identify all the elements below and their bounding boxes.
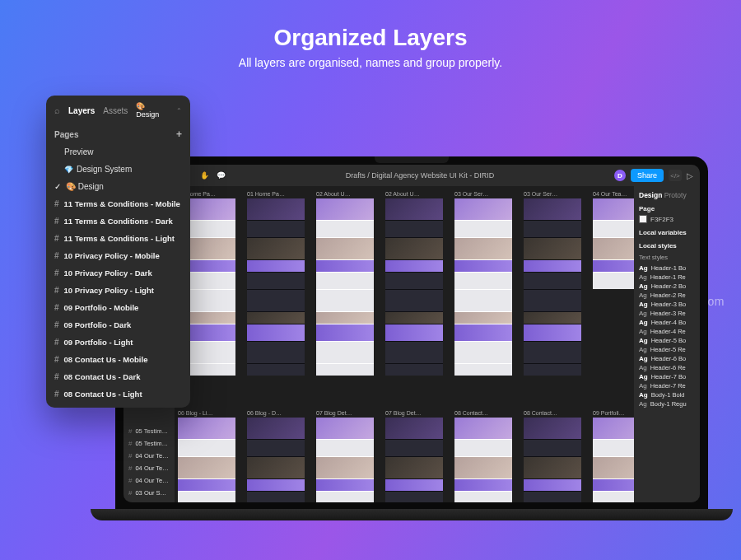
artboard[interactable]	[454, 198, 512, 376]
frame-label[interactable]: 06 Blog - Li…	[178, 410, 235, 416]
layer-item[interactable]: #08 Contact Us - Dark	[46, 368, 190, 385]
tab-assets[interactable]: Assets	[103, 106, 128, 115]
ag-icon: Ag	[639, 310, 647, 317]
text-style-item[interactable]: AgHeader-2 Bo	[639, 282, 695, 291]
pages-label: Pages	[54, 130, 78, 139]
ag-icon: Ag	[639, 292, 647, 299]
text-style-item[interactable]: AgHeader-3 Bo	[639, 300, 695, 309]
text-style-item[interactable]: AgHeader-6 Bo	[639, 354, 695, 363]
screen: ▸ ▭ ✎ T ✋ 💬 Drafts / Digital Agency Webs…	[124, 165, 700, 502]
add-page-button[interactable]: +	[176, 128, 182, 140]
artboard[interactable]	[454, 418, 512, 502]
ag-icon: Ag	[639, 337, 648, 344]
frame-label[interactable]: 08 Contact…	[454, 410, 512, 416]
avatar[interactable]: D	[614, 170, 626, 181]
page-preview[interactable]: Preview	[46, 143, 190, 161]
frame-icon: #	[128, 464, 132, 472]
frame-icon: #	[54, 199, 59, 208]
chevron-down-icon[interactable]: ⌃	[176, 107, 182, 114]
hero-title: Organized Layers	[0, 0, 741, 51]
panel-chip[interactable]: 🎨 Design	[136, 102, 168, 119]
layer-item[interactable]: #08 Contact Us - Light	[46, 385, 190, 403]
text-style-item[interactable]: AgHeader-4 Re	[639, 327, 695, 336]
artboard[interactable]	[524, 418, 581, 502]
left-layer-item[interactable]: #04 Our Team - Mobile	[124, 450, 175, 462]
ag-icon: Ag	[639, 264, 648, 272]
frame-icon: #	[54, 303, 59, 312]
search-icon[interactable]: ⌕	[54, 105, 60, 115]
text-style-item[interactable]: AgHeader-5 Bo	[639, 336, 695, 345]
text-style-item[interactable]: AgHeader-5 Re	[639, 345, 695, 354]
frame-label[interactable]: 02 About U…	[316, 191, 374, 197]
left-layer-item[interactable]: #05 Testimonials - Light	[124, 437, 175, 450]
layer-item[interactable]: #10 Privacy Policy - Mobile	[46, 247, 190, 264]
artboard[interactable]	[316, 198, 374, 376]
frame-label[interactable]: 01 Home Pa…	[247, 191, 305, 197]
frame-label[interactable]: 02 About U…	[385, 191, 443, 197]
tab-layers[interactable]: Layers	[68, 106, 95, 115]
tab-design[interactable]: Design	[639, 191, 662, 199]
frame-label[interactable]: 03 Our Ser…	[454, 191, 512, 197]
left-layer-item[interactable]: #04 Our Team - Dark	[124, 462, 175, 474]
frame-label[interactable]: 04 Our Tea…	[593, 191, 634, 197]
text-style-item[interactable]: AgHeader-1 Bo	[639, 264, 695, 273]
frame-icon: #	[54, 355, 59, 364]
breadcrumb[interactable]: Drafts / Digital Agency Website UI Kit -…	[231, 171, 609, 180]
ag-icon: Ag	[639, 400, 647, 408]
laptop-frame: ▸ ▭ ✎ T ✋ 💬 Drafts / Digital Agency Webs…	[115, 156, 708, 511]
artboard[interactable]	[524, 198, 581, 376]
artboard[interactable]	[593, 418, 634, 502]
layer-item[interactable]: #10 Privacy Policy - Light	[46, 282, 190, 299]
layer-item[interactable]: #08 Contact Us - Mobile	[46, 351, 190, 368]
frame-icon: #	[54, 320, 59, 329]
bg-color-value[interactable]: F3F2F3	[650, 216, 673, 223]
text-style-item[interactable]: AgHeader-4 Bo	[639, 318, 695, 327]
artboard[interactable]	[247, 198, 305, 376]
artboard[interactable]	[316, 418, 374, 502]
layer-item[interactable]: #11 Terms & Conditions - Light	[46, 230, 190, 247]
left-layer-item[interactable]: #04 Our Team - Light	[124, 474, 175, 487]
text-style-item[interactable]: AgHeader-7 Re	[639, 381, 695, 390]
frame-label[interactable]: 08 Contact…	[524, 410, 581, 416]
frame-label[interactable]: 03 Our Ser…	[524, 191, 581, 197]
layer-item[interactable]: #10 Privacy Policy - Dark	[46, 264, 190, 282]
dev-mode-icon[interactable]: </>	[669, 170, 682, 181]
bg-color-swatch[interactable]	[639, 215, 647, 223]
layer-item[interactable]: #09 Portfolio - Mobile	[46, 299, 190, 316]
figma-header: ▸ ▭ ✎ T ✋ 💬 Drafts / Digital Agency Webs…	[124, 165, 700, 186]
text-style-item[interactable]: AgBody-1 Bold	[639, 390, 695, 399]
left-layer-item[interactable]: #03 Our Services - Mobile	[124, 487, 175, 499]
artboard[interactable]	[385, 198, 443, 376]
text-style-item[interactable]: AgHeader-1 Re	[639, 273, 695, 282]
text-style-item[interactable]: AgHeader-7 Bo	[639, 372, 695, 381]
layer-item[interactable]: #11 Terms & Conditions - Mobile	[46, 195, 190, 212]
artboard[interactable]	[385, 418, 443, 502]
artboard[interactable]	[247, 418, 305, 502]
text-style-item[interactable]: AgHeader-2 Re	[639, 291, 695, 300]
artboard[interactable]	[178, 418, 235, 502]
frame-label[interactable]: 09 Portfoli…	[593, 410, 634, 416]
left-layer-item[interactable]: #05 Testimonials - Dark	[124, 425, 175, 437]
text-style-item[interactable]: AgHeader-3 Re	[639, 309, 695, 318]
canvas[interactable]: 01 Home Pa…01 Home Pa…02 About U…02 Abou…	[175, 186, 634, 502]
local-vars-label[interactable]: Local variables	[639, 226, 695, 236]
play-icon[interactable]: ▷	[687, 171, 693, 180]
frame-label[interactable]: 06 Blog - D…	[247, 410, 305, 416]
layer-item[interactable]: #09 Portfolio - Dark	[46, 316, 190, 334]
ag-icon: Ag	[639, 391, 648, 399]
frame-label[interactable]: 07 Blog Det…	[385, 410, 443, 416]
ag-icon: Ag	[639, 364, 647, 371]
page-design[interactable]: 🎨 Design	[46, 178, 190, 195]
layer-item[interactable]: #11 Terms & Conditions - Dark	[46, 212, 190, 230]
frame-label[interactable]: 07 Blog Det…	[316, 410, 374, 416]
tab-prototype[interactable]: Prototy	[664, 191, 687, 199]
text-style-item[interactable]: AgHeader-6 Re	[639, 363, 695, 372]
artboard[interactable]	[593, 198, 634, 289]
comment-tool-icon[interactable]: 💬	[216, 170, 226, 180]
page-design-system[interactable]: Design System	[46, 161, 190, 178]
layer-item[interactable]: #09 Portfolio - Light	[46, 334, 190, 351]
share-button[interactable]: Share	[631, 169, 664, 182]
frame-icon: #	[128, 477, 132, 484]
text-style-item[interactable]: AgBody-1 Regu	[639, 399, 695, 408]
hand-tool-icon[interactable]: ✋	[199, 170, 209, 180]
